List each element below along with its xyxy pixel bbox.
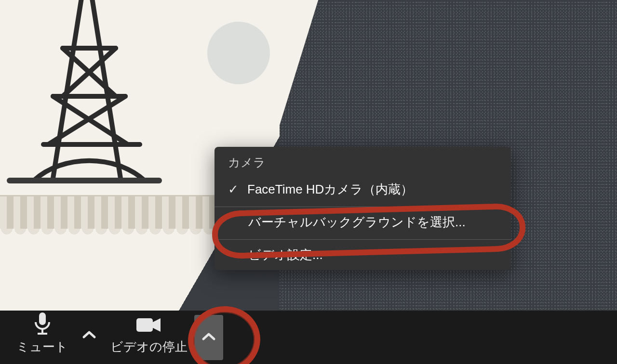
chevron-up-icon [82, 330, 96, 341]
svg-rect-3 [136, 318, 153, 332]
menu-item-video-settings[interactable]: ビデオ設定... [215, 242, 511, 270]
menu-item-label: FaceTime HDカメラ（内蔵） [247, 181, 413, 198]
menu-item-virtual-background[interactable]: バーチャルバックグラウンドを選択... [215, 209, 511, 237]
mute-group: ミュート [10, 311, 104, 358]
menu-item-label: ビデオ設定... [248, 247, 323, 263]
stop-video-button[interactable]: ビデオの停止 [104, 314, 194, 358]
menu-item-label: バーチャルバックグラウンドを選択... [248, 214, 466, 231]
camera-icon [134, 314, 163, 336]
eiffel-tower-drawing [0, 0, 183, 197]
video-group: ビデオの停止 [104, 313, 223, 358]
chevron-up-icon [201, 332, 216, 343]
lace-pattern [0, 195, 217, 229]
video-options-menu: カメラ ✓ FaceTime HDカメラ（内蔵） バーチャルバックグラウンドを選… [215, 147, 511, 270]
menu-divider [215, 207, 511, 207]
check-icon: ✓ [228, 182, 241, 197]
mute-button[interactable]: ミュート [10, 311, 75, 358]
audio-options-caret[interactable] [75, 313, 104, 358]
zoom-toolbar: ミュート ビデオの停止 [0, 310, 233, 358]
stop-video-label: ビデオの停止 [110, 338, 188, 355]
menu-divider [215, 239, 511, 240]
svg-rect-0 [39, 312, 46, 325]
mute-label: ミュート [16, 338, 68, 355]
menu-section-camera: カメラ [215, 147, 511, 176]
video-options-caret[interactable] [194, 315, 223, 360]
background-shape [207, 22, 270, 84]
microphone-icon [32, 311, 53, 336]
menu-item-facetime-camera[interactable]: ✓ FaceTime HDカメラ（内蔵） [215, 176, 511, 205]
